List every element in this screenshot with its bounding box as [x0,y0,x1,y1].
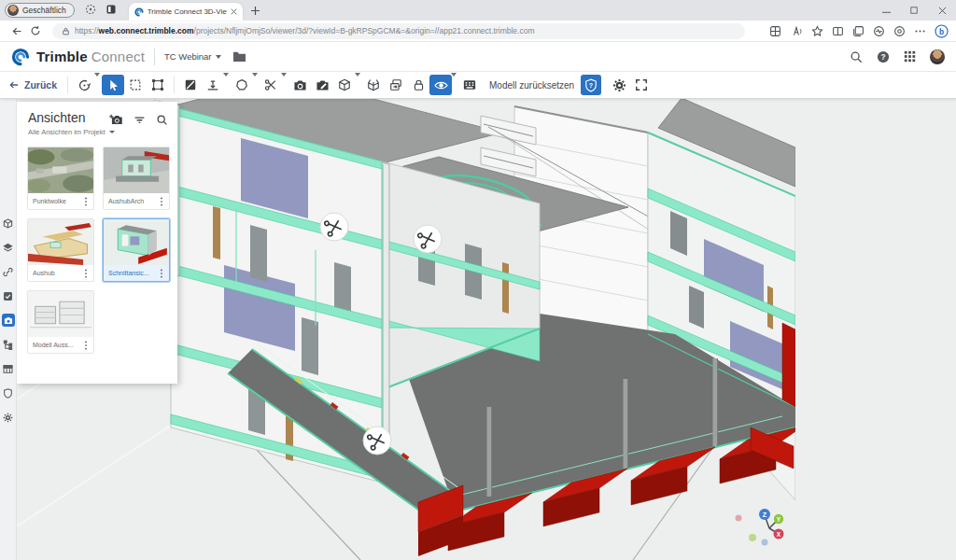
sort-icon[interactable] [134,114,146,126]
rail-settings-gear-icon[interactable] [2,411,15,424]
user-avatar[interactable] [930,49,945,64]
view-label: AushubArch [108,198,144,204]
section-caret[interactable] [281,77,287,93]
property-table-icon[interactable] [2,362,15,375]
browser-back-icon[interactable] [7,22,26,39]
section-tool-button[interactable] [260,75,282,95]
svg-text:Y: Y [777,516,781,523]
browser-tab[interactable]: Trimble Connect 3D-Viewer - TC [129,3,243,21]
view-cube-caret[interactable] [355,77,360,93]
visibility-eye-button[interactable] [429,75,452,95]
view-menu-icon[interactable] [156,196,167,207]
settings-gear-button[interactable] [608,75,630,95]
project-selector[interactable]: TC Webinar [164,51,221,62]
trimble-connect-brand[interactable]: TrimbleConnect [11,48,145,66]
view-cube-button[interactable] [333,75,356,95]
view-thumbnail-image [104,219,169,265]
section-plane-marker[interactable] [320,213,348,241]
orbit-caret[interactable] [94,77,100,93]
view-card-aushubarch[interactable]: AushubArch [103,147,170,210]
viewer-main: Ansichten Alle Ansichten im Projekt Punk… [0,99,956,560]
profile-avatar [7,5,19,16]
markup-camera-button[interactable] [311,75,333,95]
split-screen-icon[interactable] [832,25,844,37]
project-folder-icon[interactable] [232,50,246,63]
view-card-schnittansicht[interactable]: Schnittansic... [103,218,170,282]
browser-refresh-icon[interactable] [26,22,45,39]
copilot-icon[interactable]: b [935,24,949,38]
section-plane-marker[interactable] [363,427,391,455]
view-menu-icon[interactable] [80,340,91,351]
vertical-tabs-icon[interactable] [104,2,119,17]
visibility-caret[interactable] [451,77,457,93]
models-cube-icon[interactable] [2,217,15,230]
view-thumbnail-image [104,147,169,193]
view-thumbnail-image [28,147,93,193]
read-aloud-icon[interactable] [790,25,803,37]
invert-selection-button[interactable] [179,75,202,95]
chevron-down-icon [216,55,221,59]
views-filter-dropdown[interactable]: Alle Ansichten im Projekt [28,128,166,136]
shield-icon[interactable] [2,386,15,399]
section-plane-marker[interactable] [414,225,442,253]
filter-caret-icon [109,131,115,133]
view-label: Schnittansic... [108,270,149,276]
fullscreen-button[interactable] [630,75,653,95]
browser-menu-icon[interactable] [914,25,926,37]
reset-model-button[interactable]: Modell zurücksetzen [489,80,574,91]
present-screens-button[interactable] [385,75,407,95]
url-field[interactable]: https://web.connect.trimble.com/projects… [52,23,745,39]
browser-essentials-icon[interactable] [873,25,885,37]
brand-secondary: Connect [91,49,145,64]
new-tab-button[interactable] [248,3,263,18]
lock-button[interactable] [407,75,429,95]
apps-grid-icon[interactable] [904,50,916,63]
help-shield-button[interactable]: ? [581,75,601,95]
measure-caret[interactable] [223,77,229,93]
app-header: TrimbleConnect TC Webinar ? [0,42,956,72]
extensions-icon[interactable] [893,25,906,37]
select-arrow-tool-button[interactable] [102,75,124,95]
clip-polygon-tool-button[interactable] [231,75,253,95]
measure-tool-button[interactable] [202,75,224,95]
layers-icon[interactable] [2,241,15,254]
workspaces-icon[interactable] [83,2,98,17]
view-menu-icon[interactable] [80,268,91,279]
view-menu-icon[interactable] [80,196,91,207]
back-button[interactable]: Zurück [8,79,57,91]
keypad-button[interactable] [458,75,481,95]
links-chain-icon[interactable] [2,265,15,278]
viewer-toolbar: Zurück Modell zurücksetzen ? [0,72,956,99]
organizer-tree-icon[interactable] [2,338,15,351]
view-card-punktwolke[interactable]: Punktwolke [27,147,94,210]
views-camera-icon[interactable] [2,314,15,327]
view-menu-icon[interactable] [156,268,167,279]
window-close-button[interactable] [928,0,956,21]
todos-check-icon[interactable] [2,289,15,302]
help-icon[interactable]: ? [877,50,890,63]
tab-grid-icon[interactable] [769,25,781,37]
orbit-tool-button[interactable] [73,75,95,95]
snapshot-camera-button[interactable] [288,75,311,95]
site-lock-icon[interactable] [62,27,70,35]
search-icon[interactable] [850,50,863,63]
tab-close-icon[interactable] [231,8,237,15]
panel-search-icon[interactable] [156,114,168,126]
clip-polygon-caret[interactable] [252,77,258,93]
browser-profile-button[interactable]: Geschäftlich [5,3,75,18]
tab-title: Trimble Connect 3D-Viewer - TC [148,7,227,16]
browser-tab-strip: Geschäftlich Trimble Connect 3D-Viewer -… [0,0,956,21]
header-actions: ? [850,49,945,64]
polygon-select-tool-button[interactable] [147,75,169,95]
window-minimize-button[interactable] [872,0,900,21]
view-card-aushub[interactable]: Aushub [27,218,94,282]
view-label: Aushub [33,270,55,276]
view-card-modell[interactable]: Modell Auss... [27,290,94,354]
explode-box-button[interactable] [362,75,385,95]
add-view-camera-icon[interactable] [109,114,123,126]
favorite-star-icon[interactable] [811,25,823,37]
views-grid: Punktwolke AushubArch Aushub Schnittansi… [17,138,177,354]
collections-icon[interactable] [852,25,865,37]
window-maximize-button[interactable] [900,0,928,21]
marquee-select-tool-button[interactable] [124,75,147,95]
